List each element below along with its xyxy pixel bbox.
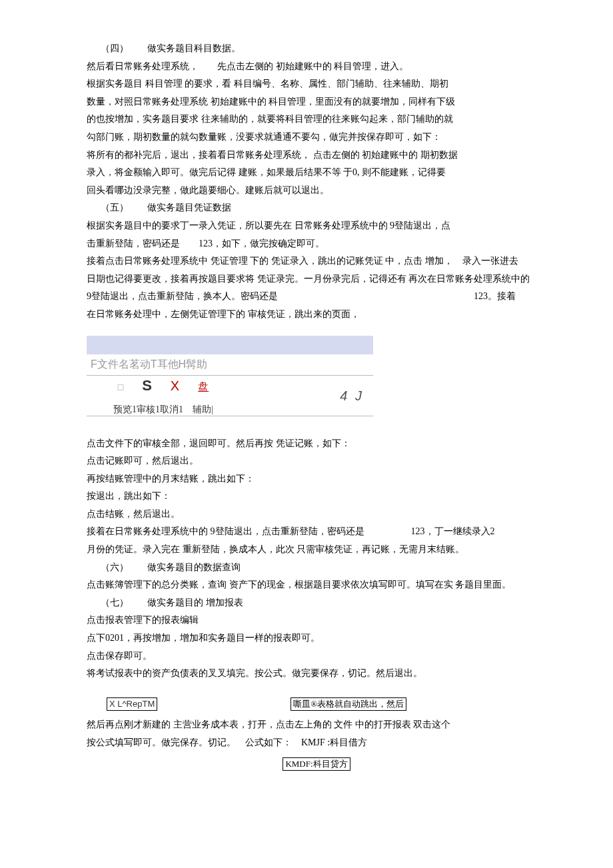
square-icon: □ xyxy=(118,378,123,396)
section5-p5: 9登陆退出，点击重新登陆，换本人。密码还是 123。接着 xyxy=(87,288,546,306)
section6-heading: （六） 做实务题目的数据查询 xyxy=(87,559,546,577)
section5-p1: 根据实务题目中的要求丁一录入凭证，所以要先在 日常账务处理系统中的 9登陆退出，… xyxy=(87,217,546,235)
afterui-p7: 月份的凭证。录入完在 重新登陆，换成本人，此次 只需审核凭证，再记账，无需月末结… xyxy=(87,541,546,559)
tail-p1: 然后再点刚才新建的 主营业务成本表，打开，点击左上角的 文件 中的打开报表 双击… xyxy=(87,716,546,734)
afterui-p6: 接着在日常账务处理系统中的 9登陆退出，点击重新登陆，密码还是 123，丁一继续… xyxy=(87,523,546,541)
section4-p7: 录入，将金额输入即可。做完后记得 建账，如果最后结果不等 于0, 则不能建账，记… xyxy=(87,164,546,182)
section4-p6: 将所有的都补完后，退出，接着看日常账务处理系统， 点击左侧的 初始建账中的 期初… xyxy=(87,147,546,165)
section5-p2: 击重新登陆，密码还是 123，如下，做完按确定即可。 xyxy=(87,235,546,253)
section4-p4: 的也按增加，实务题目要求 往来辅助的，就要将科目管理的往来账勾起来，部门辅助的就 xyxy=(87,111,546,129)
ui-title-bar xyxy=(87,336,373,354)
section7-heading: （七） 做实务题目的 增加报表 xyxy=(87,594,546,612)
kmdf-box: KMDF:科目贷方 xyxy=(283,757,350,771)
afterui-p3: 再按结账管理中的月末结账，跳出如下： xyxy=(87,470,546,488)
ui-glyph-row: □ S X 盘 xyxy=(118,372,209,400)
afterui-p2: 点击记账即可，然后退出。 xyxy=(87,452,546,470)
section5-p6: 在日常账务处理中，左侧凭证管理下的 审核凭证，跳出来的页面， xyxy=(87,306,546,324)
afterui-p5: 点击结账，然后退出。 xyxy=(87,506,546,524)
section4-heading: （四） 做实务题目科目数据。 xyxy=(87,40,546,58)
section4-p8: 回头看哪边没录完整，做此题要细心。建账后就可以退出。 xyxy=(87,182,546,200)
section5-p4: 日期也记得要更改，接着再按题目要求将 凭证录完。一月份录完后，记得还有 再次在日… xyxy=(87,270,546,288)
afterui-p1: 点击文件下的审核全部，退回即可。然后再按 凭证记账，如下： xyxy=(87,435,546,453)
ui-toolbar: □ S X 盘 预览1审核1取消1 辅助| 4 J xyxy=(87,376,373,416)
section4-p5: 勾部门账，期初数量的就勾数量账，没要求就通通不要勾，做完并按保存即可，如下： xyxy=(87,129,546,147)
section4-p1: 然后看日常账务处理系统， 先点击左侧的 初始建账中的 科目管理，进入。 xyxy=(87,58,546,76)
box-left: X L^RepTM xyxy=(107,697,157,711)
s-glyph: S xyxy=(142,372,152,400)
section5-heading: （五） 做实务题目凭证数据 xyxy=(87,199,546,217)
section6-p1: 点击账簿管理下的总分类账，查询 资产下的现金，根据题目要求依次填写即可。填写在实… xyxy=(87,576,546,594)
section4-p3: 数量，对照日常账务处理系统 初始建账中的 科目管理，里面没有的就要增加，同样有下… xyxy=(87,93,546,111)
section4-p2: 根据实务题目 科目管理 的要求，看 科目编号、名称、属性、部门辅助、往来辅助、期… xyxy=(87,75,546,93)
box-right: 嘶皿®表格就自动跳出，然后 xyxy=(291,697,406,711)
tail-p3-wrap: KMDF:科目贷方 xyxy=(87,755,546,773)
inline-box-row: X L^RepTM 嘶皿®表格就自动跳出，然后 xyxy=(107,697,546,711)
section5-p3: 接着点击日常账务处理系统中 凭证管理 下的 凭证录入，跳出的记账凭证 中，点击 … xyxy=(87,252,546,270)
section7-p1: 点击报表管理下的报表编辑 xyxy=(87,612,546,630)
afterui-p4: 按退出，跳出如下： xyxy=(87,488,546,506)
section7-p4: 将考试报表中的资产负债表的叉叉填完。按公式。做完要保存，切记。然后退出。 xyxy=(87,665,546,683)
screenshot-ui-panel: F文件名茗动T耳他H髯助 □ S X 盘 预览1审核1取消1 辅助| 4 J xyxy=(87,336,373,416)
ui-tool-group: □ S X 盘 预览1审核1取消1 辅助| xyxy=(113,372,213,418)
ui-labels: 预览1审核1取消1 辅助| xyxy=(113,401,213,419)
section7-p2: 点下0201，再按增加，增加和实务题目一样的报表即可。 xyxy=(87,630,546,648)
ui-right-j: 4 J xyxy=(340,383,364,408)
x-glyph: X xyxy=(171,373,179,398)
pan-glyph: 盘 xyxy=(198,377,209,397)
section7-p3: 点击保存即可。 xyxy=(87,648,546,665)
tail-p2: 按公式填写即可。做完保存。切记。 公式如下： KMJF :科目借方 xyxy=(87,734,546,752)
